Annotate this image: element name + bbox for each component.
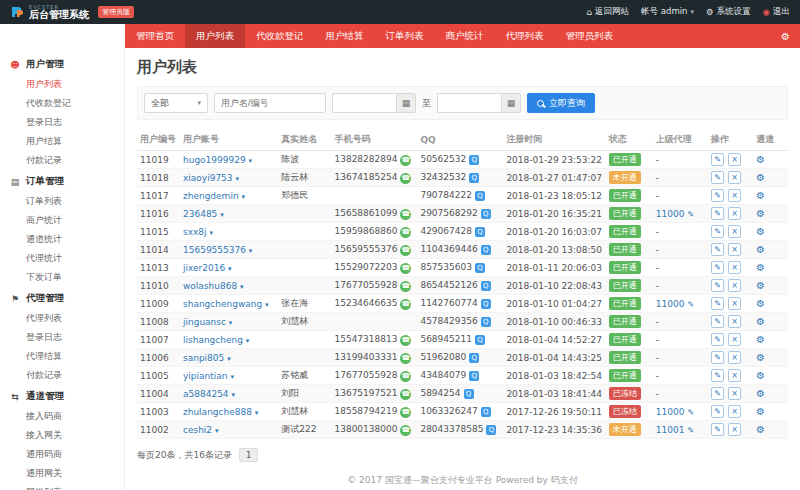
channel-settings-button[interactable]: ⚙	[756, 226, 765, 237]
user-account-link[interactable]: shangchengwang	[183, 299, 262, 309]
phone-icon[interactable]: ☎	[400, 335, 411, 346]
nav-settings-gear-icon[interactable]: ⚙	[771, 24, 800, 48]
qq-icon[interactable]: Q	[481, 281, 491, 291]
qq-icon[interactable]: Q	[475, 335, 485, 345]
qq-icon[interactable]: Q	[481, 317, 491, 327]
caret-down-icon[interactable]: ▾	[240, 283, 244, 291]
caret-down-icon[interactable]: ▾	[249, 247, 253, 255]
sidebar-item[interactable]: 付款记录	[0, 366, 124, 385]
account-menu[interactable]: 帐号 admin ▾	[641, 6, 694, 18]
delete-button[interactable]: ×	[728, 423, 741, 436]
delete-button[interactable]: ×	[728, 279, 741, 292]
agent-edit-icon[interactable]: ✎	[687, 408, 694, 417]
delete-button[interactable]: ×	[728, 333, 741, 346]
user-account-link[interactable]: yipiantian	[183, 371, 228, 381]
caret-down-icon[interactable]: ▾	[209, 229, 213, 237]
caret-down-icon[interactable]: ▾	[241, 193, 245, 201]
qq-icon[interactable]: Q	[469, 353, 479, 363]
phone-icon[interactable]: ☎	[400, 407, 411, 418]
delete-button[interactable]: ×	[728, 405, 741, 418]
qq-icon[interactable]: Q	[475, 191, 485, 201]
phone-icon[interactable]: ☎	[400, 371, 411, 382]
user-account-link[interactable]: a5884254	[183, 389, 229, 399]
phone-icon[interactable]: ☎	[400, 425, 411, 436]
qq-icon[interactable]: Q	[469, 371, 479, 381]
phone-icon[interactable]: ☎	[400, 281, 411, 292]
system-settings-link[interactable]: ⚙ 系统设置	[706, 6, 751, 18]
edit-button[interactable]: ✎	[711, 243, 724, 256]
sidebar-item[interactable]: 代理列表	[0, 309, 124, 328]
edit-button[interactable]: ✎	[711, 423, 724, 436]
caret-down-icon[interactable]: ▾	[265, 301, 269, 309]
caret-down-icon[interactable]: ▾	[229, 319, 233, 327]
phone-icon[interactable]: ☎	[400, 353, 411, 364]
edit-button[interactable]: ✎	[711, 225, 724, 238]
edit-button[interactable]: ✎	[711, 315, 724, 328]
caret-down-icon[interactable]: ▾	[255, 409, 259, 417]
user-account-link[interactable]: sanpi805	[183, 353, 224, 363]
phone-icon[interactable]: ☎	[400, 227, 411, 238]
phone-icon[interactable]: ☎	[400, 263, 411, 274]
delete-button[interactable]: ×	[728, 297, 741, 310]
delete-button[interactable]: ×	[728, 207, 741, 220]
edit-button[interactable]: ✎	[711, 351, 724, 364]
delete-button[interactable]: ×	[728, 315, 741, 328]
qq-icon[interactable]: Q	[475, 227, 485, 237]
sidebar-item[interactable]: 订单列表	[0, 192, 124, 211]
channel-settings-button[interactable]: ⚙	[756, 262, 765, 273]
sidebar-item[interactable]: 通道统计	[0, 230, 124, 249]
phone-icon[interactable]: ☎	[400, 389, 411, 400]
edit-button[interactable]: ✎	[711, 189, 724, 202]
sidebar-item[interactable]: 接入网关	[0, 426, 124, 445]
sidebar-item[interactable]: 网银列表	[0, 483, 124, 490]
sidebar-item[interactable]: 代理结算	[0, 347, 124, 366]
delete-button[interactable]: ×	[728, 171, 741, 184]
user-account-link[interactable]: jinguansc	[183, 317, 226, 327]
sidebar-item[interactable]: 用户结算	[0, 132, 124, 151]
edit-button[interactable]: ✎	[711, 297, 724, 310]
qq-icon[interactable]: Q	[464, 389, 474, 399]
user-account-link[interactable]: zhulangche888	[183, 407, 252, 417]
phone-icon[interactable]: ☎	[400, 155, 411, 166]
edit-button[interactable]: ✎	[711, 207, 724, 220]
caret-down-icon[interactable]: ▾	[228, 265, 232, 273]
channel-settings-button[interactable]: ⚙	[756, 154, 765, 165]
sidebar-item[interactable]: 接入码商	[0, 407, 124, 426]
qq-icon[interactable]: Q	[469, 155, 479, 165]
nav-tab[interactable]: 管理员列表	[555, 24, 625, 48]
search-button[interactable]: 立即查询	[527, 93, 595, 113]
channel-settings-button[interactable]: ⚙	[756, 190, 765, 201]
phone-icon[interactable]: ☎	[400, 173, 411, 184]
edit-button[interactable]: ✎	[711, 279, 724, 292]
calendar-icon[interactable]: ▦	[501, 93, 521, 113]
delete-button[interactable]: ×	[728, 387, 741, 400]
agent-edit-icon[interactable]: ✎	[687, 300, 694, 309]
nav-tab[interactable]: 商户统计	[435, 24, 495, 48]
user-account-link[interactable]: sxx8j	[183, 227, 207, 237]
channel-settings-button[interactable]: ⚙	[756, 370, 765, 381]
phone-icon[interactable]: ☎	[400, 299, 411, 310]
user-account-link[interactable]: ceshi2	[183, 425, 212, 435]
sidebar-item[interactable]: 通用网关	[0, 464, 124, 483]
channel-settings-button[interactable]: ⚙	[756, 352, 765, 363]
nav-tab[interactable]: 用户结算	[315, 24, 375, 48]
agent-link[interactable]: 11000	[656, 407, 685, 417]
edit-button[interactable]: ✎	[711, 387, 724, 400]
channel-settings-button[interactable]: ⚙	[756, 244, 765, 255]
agent-link[interactable]: 11000	[656, 299, 685, 309]
return-site-link[interactable]: ⌂ 返回网站	[587, 6, 629, 18]
nav-tab[interactable]: 管理首页	[125, 24, 185, 48]
qq-icon[interactable]: Q	[486, 425, 496, 435]
agent-link[interactable]: 11000	[656, 209, 685, 219]
channel-settings-button[interactable]: ⚙	[756, 298, 765, 309]
delete-button[interactable]: ×	[728, 153, 741, 166]
nav-tab[interactable]: 代收款登记	[245, 24, 315, 48]
nav-tab[interactable]: 代理列表	[495, 24, 555, 48]
user-account-link[interactable]: 236485	[183, 209, 217, 219]
delete-button[interactable]: ×	[728, 243, 741, 256]
sidebar-item[interactable]: 下发订单	[0, 268, 124, 287]
qq-icon[interactable]: Q	[481, 245, 491, 255]
channel-settings-button[interactable]: ⚙	[756, 406, 765, 417]
delete-button[interactable]: ×	[728, 369, 741, 382]
caret-down-icon[interactable]: ▾	[249, 157, 253, 165]
